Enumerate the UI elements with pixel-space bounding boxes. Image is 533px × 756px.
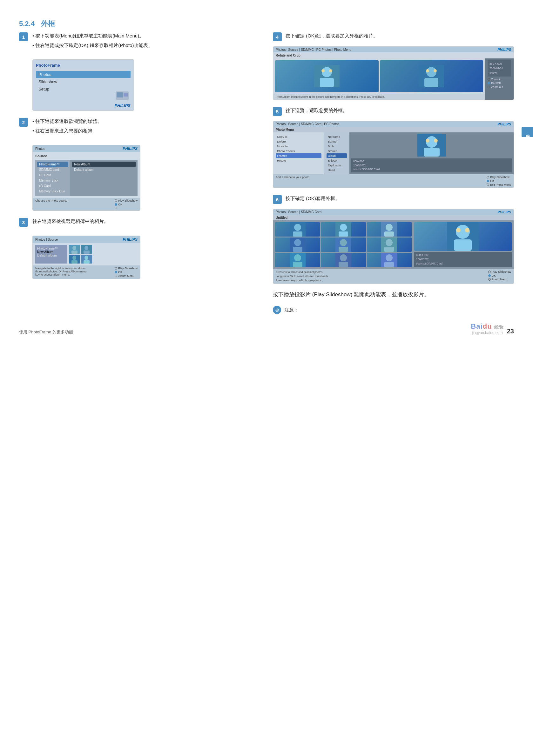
pm-noframe: No frame	[326, 134, 347, 139]
step-1-text: • 按下功能表(Menu)鈕來存取主功能表(Main Menu)。 • 往右巡覽…	[32, 32, 153, 50]
pm-copy: Copy to	[276, 134, 322, 139]
svg-point-52	[340, 254, 347, 261]
step-number-3: 3	[19, 218, 28, 227]
side-tab: 父母關係	[521, 127, 533, 137]
footer-left-text: 使用 PhotoFrame 的更多功能	[19, 329, 73, 335]
baidu-url: jingyan.baidu.com	[471, 331, 503, 335]
grid-t5	[321, 237, 366, 252]
album-new-album: New Album	[37, 250, 65, 254]
pm-move: Move to	[276, 144, 322, 148]
grid-t3	[367, 222, 412, 236]
svg-rect-32	[293, 231, 302, 236]
album-pf: PhotoFrame™	[37, 247, 65, 250]
source-cf: CF Card	[37, 173, 68, 178]
svg-rect-27	[424, 148, 440, 156]
step-3-text: 往右巡覽來檢視選定相簿中的相片。	[32, 217, 109, 226]
source-right-panel: New Album Default album	[70, 160, 138, 196]
svg-point-60	[456, 228, 461, 232]
pm-preview-photo	[417, 134, 446, 156]
source-msd: Memory Stick Duo	[37, 189, 68, 194]
pm-heart: Heart	[326, 168, 347, 173]
step-1: 1 • 按下功能表(Menu)鈕來存取主功能表(Main Menu)。 • 往右…	[19, 32, 260, 50]
rc-caption-4: Press Zoom in/out to zoom in the picture…	[273, 94, 485, 100]
svg-rect-53	[339, 262, 348, 267]
thumb-3	[69, 255, 80, 263]
svg-rect-35	[339, 231, 348, 236]
pm-explosion: Explosion	[326, 163, 347, 168]
svg-rect-2	[124, 93, 128, 96]
svg-rect-44	[339, 247, 348, 252]
photoframe-menu-screen: PhotoFrame Photos Slideshow Setup PHILIP…	[32, 59, 134, 111]
source-title: Source	[35, 154, 138, 158]
svg-rect-1	[117, 93, 123, 97]
svg-point-46	[386, 239, 393, 246]
source-bar: Photos PHILIPS	[33, 145, 140, 152]
thumb-2	[81, 245, 92, 254]
svg-rect-22	[424, 78, 438, 87]
svg-rect-5	[71, 251, 77, 254]
pf-philips: PHILIPS	[114, 103, 130, 108]
source-photoframe: PhotoFrame™	[37, 162, 68, 167]
album-new: New Album	[72, 162, 136, 167]
pm-middle-panel: No frame Banner Blob Broken Cloud Ellips…	[324, 132, 350, 174]
svg-point-10	[72, 256, 76, 260]
pf-menu-title: PhotoFrame	[36, 63, 130, 68]
source-footer: Choose the Photo source: Play Slideshow …	[33, 198, 140, 210]
grid-main: 880 X 6002006/07/01source:SD/MMC Card	[412, 222, 512, 267]
source-ms: Memory Stick	[37, 178, 68, 183]
svg-point-43	[340, 239, 347, 246]
grid-t6	[367, 237, 412, 252]
pm-photo-effects: Photo Effects	[276, 148, 322, 153]
pm-bar: Photos | Source | SD/MMC Card | PC Photo…	[273, 121, 514, 127]
grid-info: 880 X 6002006/07/01source:SD/MMC Card	[414, 252, 512, 267]
section-heading: 5.2.4	[19, 20, 35, 28]
pm-banner: Banner	[326, 139, 347, 144]
svg-point-34	[340, 224, 347, 231]
source-left-panel: PhotoFrame™ SD/MMC card CF Card Memory S…	[35, 160, 70, 196]
thumb-1	[69, 245, 80, 254]
pm-right-panel: 800X6002006/07/01source:SD/MMC Card	[350, 132, 514, 174]
svg-rect-56	[384, 262, 394, 267]
step-4: 4 按下確定 (OK)鈕，選取要加入外框的相片。	[273, 32, 514, 41]
svg-point-18	[322, 69, 324, 72]
grid-title: Untitled	[273, 215, 514, 220]
svg-rect-14	[84, 260, 90, 263]
grid-t7	[275, 253, 320, 267]
thumb-4	[81, 255, 92, 263]
svg-point-7	[84, 246, 88, 250]
svg-rect-17	[320, 78, 334, 87]
album-default: Default album	[72, 167, 136, 173]
svg-point-19	[329, 69, 332, 72]
step-number-1: 1	[19, 32, 28, 41]
baidu-logo: Baidu 经验	[471, 322, 503, 331]
svg-point-24	[434, 69, 437, 72]
pm-broken: Broken	[326, 148, 347, 153]
step-2-text: • 往下巡覽來選取欲瀏覽的媒體。 • 往右巡覽來進入您要的相簿。	[32, 117, 102, 136]
pm-delete: Delete	[276, 139, 322, 144]
svg-rect-50	[293, 262, 302, 267]
pm-rotate: Rotate	[276, 158, 322, 163]
svg-point-49	[294, 254, 301, 261]
album-left-panel: PhotoFrame™ New Album Default album	[35, 245, 67, 263]
album-screen: Photos | Source PHILIPS PhotoFrame™ New …	[32, 236, 140, 279]
grid-footer-text: Press Ok to select and deselect photos L…	[276, 270, 329, 282]
rc-bar-4: Photos | Source | SD/MMC | PC Photos | P…	[273, 47, 514, 52]
svg-rect-47	[384, 247, 394, 252]
svg-rect-11	[71, 260, 77, 263]
svg-rect-38	[384, 231, 394, 236]
grid-t2	[321, 222, 366, 236]
grid-main-photo	[414, 222, 512, 251]
step-number-4: 4	[273, 32, 282, 41]
svg-point-40	[294, 239, 301, 246]
rotate-crop-screen: Photos | Source | SD/MMC | PC Photos | P…	[273, 46, 514, 100]
pm-frames: Frames	[276, 153, 322, 158]
rotate-crop-title: Rotate and Crop	[273, 52, 514, 58]
svg-point-37	[386, 224, 393, 231]
big-text-block: 按下播放投影片 (Play Slideshow) 離開此功能表，並播放投影片。	[273, 290, 514, 299]
pm-info: 800X6002006/07/01source:SD/MMC Card	[351, 158, 512, 173]
page-number: 23	[507, 328, 514, 335]
step-6-text: 按下確定 (OK)套用外框。	[286, 194, 340, 202]
grid-bar: Photos | Source | SD/MMC Card PHILIPS	[273, 209, 514, 215]
step-number-2: 2	[19, 118, 28, 127]
svg-point-55	[386, 254, 393, 261]
